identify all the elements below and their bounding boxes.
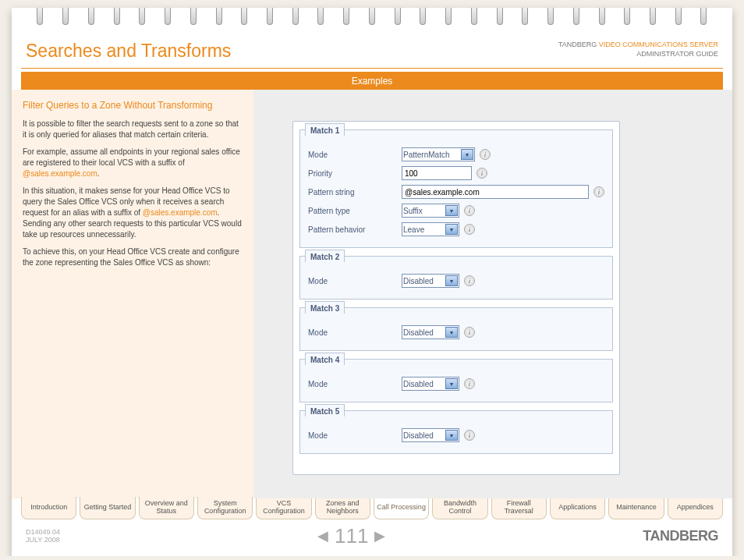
info-icon[interactable]: i [464, 275, 475, 286]
page-number: 111 [335, 524, 368, 548]
mode-select[interactable]: Disabled▾ [402, 274, 459, 288]
chevron-down-icon: ▾ [445, 275, 458, 286]
mode-label: Mode [308, 431, 402, 440]
domain-link[interactable]: @sales.example.com [23, 169, 97, 178]
pattern-type-label: Pattern type [308, 207, 402, 215]
brand-name: TANDBERG [558, 41, 597, 48]
section-tab: Match 3 [305, 301, 345, 314]
doc-info: D14049.04 JULY 2008 [26, 528, 60, 544]
tab-bandwidth-control[interactable]: Bandwidth Control [432, 497, 487, 519]
tab-vcs-config[interactable]: VCS Configuration [256, 497, 311, 519]
pattern-behavior-label: Pattern behavior [308, 225, 402, 234]
section-tab: Match 5 [305, 404, 345, 416]
section-bar: Examples [21, 72, 723, 90]
info-icon[interactable]: i [477, 168, 487, 179]
right-panel: Match 1 Mode PatternMatch▾ i Priority i [253, 90, 732, 498]
chevron-down-icon: ▾ [445, 205, 458, 216]
next-page-icon[interactable]: ▶ [374, 527, 385, 544]
tab-maintenance[interactable]: Maintenance [608, 497, 664, 519]
domain-link[interactable]: @sales.example.com [143, 208, 218, 217]
tab-getting-started[interactable]: Getting Started [80, 497, 135, 519]
match-4-section: Match 4 Mode Disabled▾ i [299, 359, 613, 402]
tab-firewall-traversal[interactable]: Firewall Traversal [491, 497, 547, 519]
bottom-tabs: Introduction Getting Started Overview an… [12, 497, 732, 519]
brand-logo: TANDBERG [643, 528, 718, 544]
guide-name: ADMINISTRATOR GUIDE [636, 50, 718, 58]
pattern-behavior-select[interactable]: Leave▾ [402, 222, 459, 236]
section-tab: Match 1 [305, 123, 345, 136]
mode-label: Mode [308, 380, 402, 388]
tab-overview-status[interactable]: Overview and Status [139, 497, 194, 519]
prev-page-icon[interactable]: ◀ [317, 527, 328, 544]
mode-select[interactable]: PatternMatch▾ [402, 147, 475, 161]
torn-edge [299, 462, 613, 468]
chevron-down-icon: ▾ [445, 378, 458, 389]
info-icon[interactable]: i [480, 149, 491, 160]
info-icon[interactable]: i [593, 186, 604, 197]
page-body: Filter Queries to a Zone Without Transfo… [12, 90, 732, 498]
mode-label: Mode [308, 151, 402, 159]
match-5-section: Match 5 Mode Disabled▾ i [299, 410, 613, 454]
chevron-down-icon: ▾ [445, 327, 458, 338]
page-title: Searches and Transforms [26, 41, 231, 62]
config-form: Match 1 Mode PatternMatch▾ i Priority i [292, 121, 620, 475]
priority-label: Priority [308, 169, 402, 178]
chevron-down-icon: ▾ [461, 149, 473, 160]
info-icon[interactable]: i [464, 205, 475, 216]
section-tab: Match 4 [305, 353, 345, 365]
tab-system-config[interactable]: System Configuration [197, 497, 253, 519]
info-icon[interactable]: i [464, 430, 475, 441]
pattern-type-select[interactable]: Suffix▾ [402, 204, 459, 218]
info-icon[interactable]: i [464, 327, 475, 338]
mode-select[interactable]: Disabled▾ [402, 377, 459, 391]
mode-label: Mode [308, 328, 402, 337]
paragraph: In this situation, it makes sense for yo… [23, 186, 243, 240]
match-3-section: Match 3 Mode Disabled▾ i [299, 307, 613, 351]
pattern-string-label: Pattern string [308, 188, 402, 197]
page-header: Searches and Transforms TANDBERG VIDEO C… [12, 30, 732, 66]
doc-id: D14049.04 [26, 528, 60, 536]
doc-date: JULY 2008 [26, 536, 60, 544]
spiral-binding [12, 8, 732, 30]
priority-input[interactable] [402, 166, 472, 180]
paragraph: For example, assume all endpoints in you… [23, 147, 243, 179]
info-icon[interactable]: i [464, 378, 475, 389]
section-heading: Filter Queries to a Zone Without Transfo… [23, 99, 243, 112]
header-product-info: TANDBERG VIDEO COMMUNICATIONS SERVER ADM… [558, 41, 718, 58]
tab-zones-neighbors[interactable]: Zones and Neighbors [315, 497, 370, 519]
match-1-section: Match 1 Mode PatternMatch▾ i Priority i [299, 129, 613, 248]
match-2-section: Match 2 Mode Disabled▾ i [299, 256, 613, 299]
pattern-string-input[interactable] [402, 185, 589, 199]
product-name: VIDEO COMMUNICATIONS SERVER [599, 41, 718, 48]
mode-select[interactable]: Disabled▾ [402, 428, 459, 442]
page-footer: D14049.04 JULY 2008 ◀ 111 ▶ TANDBERG [12, 519, 732, 556]
chevron-down-icon: ▾ [445, 224, 458, 235]
mode-label: Mode [308, 277, 402, 285]
info-icon[interactable]: i [464, 224, 475, 235]
tab-applications[interactable]: Applications [550, 497, 605, 519]
mode-select[interactable]: Disabled▾ [402, 325, 459, 339]
tab-introduction[interactable]: Introduction [21, 497, 76, 519]
paragraph: To achieve this, on your Head Office VCS… [23, 246, 243, 268]
paragraph: It is possible to filter the search requ… [23, 119, 243, 140]
tab-call-processing[interactable]: Call Processing [374, 497, 429, 519]
left-panel: Filter Queries to a Zone Without Transfo… [12, 90, 253, 498]
document-page: Searches and Transforms TANDBERG VIDEO C… [12, 8, 732, 556]
chevron-down-icon: ▾ [445, 430, 458, 441]
section-tab: Match 2 [305, 250, 345, 262]
page-navigator: ◀ 111 ▶ [317, 524, 385, 548]
header-divider [21, 68, 723, 69]
tab-appendices[interactable]: Appendices [668, 497, 723, 519]
